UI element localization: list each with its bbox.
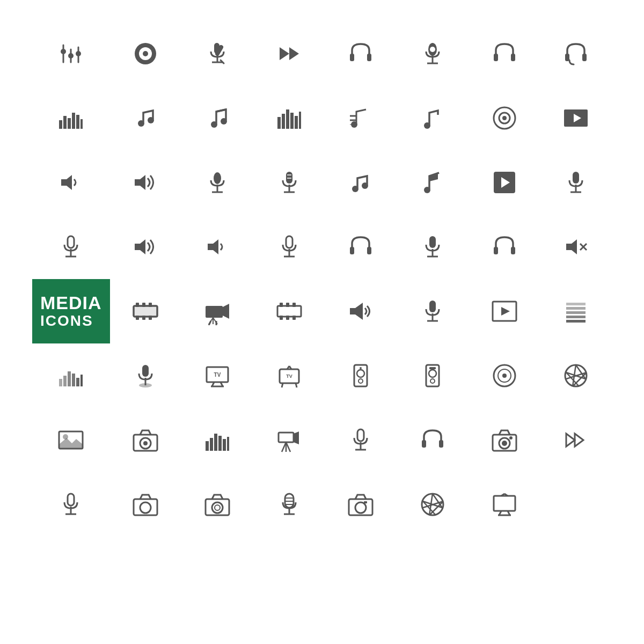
- svg-rect-111: [292, 316, 296, 320]
- icon-cell: [469, 408, 540, 472]
- svg-rect-167: [206, 441, 209, 451]
- svg-rect-16: [350, 54, 354, 61]
- icon-cell: [540, 215, 612, 279]
- svg-rect-120: [566, 311, 586, 314]
- svg-rect-124: [63, 376, 67, 386]
- disc2-icon: [491, 362, 518, 390]
- svg-point-64: [362, 182, 368, 189]
- svg-point-131: [139, 383, 152, 387]
- fast-forward-icon: [275, 40, 303, 68]
- icon-cell: [32, 215, 110, 279]
- svg-point-32: [138, 120, 144, 127]
- icon-cell: [397, 343, 469, 408]
- music-notes-icon: [347, 169, 375, 196]
- play-button-square-icon: [491, 169, 518, 196]
- svg-text:TV: TV: [286, 374, 292, 379]
- vintage-mic-icon: [275, 491, 303, 518]
- camera2-icon: [491, 426, 518, 454]
- svg-rect-31: [80, 119, 83, 129]
- svg-marker-14: [280, 47, 289, 60]
- svg-line-140: [282, 383, 283, 387]
- camera-outline-icon: [131, 426, 159, 454]
- svg-rect-29: [72, 113, 75, 129]
- svg-rect-42: [299, 112, 301, 129]
- icon-cell: [110, 408, 182, 472]
- icon-cell: [325, 21, 397, 86]
- svg-rect-109: [280, 316, 283, 320]
- icon-cell: [469, 343, 540, 408]
- equalizer2-icon: [203, 426, 231, 454]
- icon-cell: [540, 21, 612, 86]
- svg-rect-169: [214, 434, 217, 451]
- svg-rect-58: [286, 172, 292, 184]
- icon-cell: [253, 279, 325, 343]
- svg-point-50: [502, 116, 507, 120]
- microphone-podcast-icon: [275, 169, 303, 196]
- svg-rect-150: [429, 367, 436, 369]
- icon-cell: [397, 408, 469, 472]
- svg-point-145: [358, 379, 363, 383]
- speaker-high-icon: [131, 169, 159, 196]
- svg-rect-26: [59, 120, 62, 129]
- mic-simple-icon: [57, 491, 85, 518]
- headphones5-icon: [419, 426, 447, 454]
- mic-floor-icon: [131, 362, 159, 390]
- headphones3-icon: [347, 233, 375, 261]
- icon-cell: [32, 472, 110, 537]
- mic-outline2-icon: [275, 233, 303, 261]
- icon-cell: [110, 472, 182, 537]
- icon-cell: [181, 21, 253, 86]
- icon-cell: [253, 86, 325, 150]
- svg-rect-110: [286, 316, 289, 320]
- icon-cell: [181, 150, 253, 215]
- svg-rect-80: [367, 247, 371, 254]
- svg-marker-99: [223, 304, 229, 319]
- svg-marker-75: [208, 239, 218, 254]
- icon-cell: [32, 343, 110, 408]
- icon-cell: [110, 279, 182, 343]
- svg-rect-39: [286, 109, 289, 129]
- svg-rect-178: [357, 429, 364, 441]
- svg-text:TV: TV: [214, 372, 221, 378]
- svg-line-36: [216, 109, 226, 112]
- single-note-icon: [419, 104, 447, 132]
- svg-point-185: [502, 441, 507, 446]
- icon-cell: [32, 86, 110, 150]
- icon-grid: MEDIA ICONS: [32, 21, 612, 537]
- aperture2-icon: [419, 491, 447, 518]
- page-container: MEDIA ICONS: [0, 0, 644, 644]
- svg-point-196: [215, 505, 220, 510]
- svg-rect-107: [286, 303, 289, 307]
- icon-cell: [397, 150, 469, 215]
- svg-point-47: [424, 122, 430, 129]
- svg-point-186: [509, 436, 513, 440]
- icon-cell: [325, 150, 397, 215]
- bar-chart-icon: [57, 104, 85, 132]
- svg-rect-27: [63, 116, 67, 129]
- camera5-icon: [347, 491, 375, 518]
- svg-rect-17: [367, 54, 371, 61]
- svg-point-193: [140, 502, 151, 513]
- svg-rect-85: [511, 247, 515, 254]
- video-player2-icon: [491, 297, 518, 325]
- svg-rect-122: [566, 320, 586, 323]
- headset-icon: [562, 40, 590, 68]
- svg-marker-74: [135, 239, 145, 254]
- svg-point-5: [76, 51, 81, 56]
- icon-cell: [325, 215, 397, 279]
- svg-rect-168: [210, 438, 213, 451]
- svg-rect-79: [350, 247, 354, 254]
- headphones2-icon: [491, 40, 518, 68]
- headphones-icon: [347, 40, 375, 68]
- photo-landscape-icon: [57, 426, 85, 454]
- tv-modern-icon: TV: [203, 362, 231, 390]
- svg-rect-38: [282, 114, 285, 129]
- speaker-med-icon: [131, 233, 159, 261]
- svg-rect-30: [76, 115, 79, 129]
- icon-cell: [110, 343, 182, 408]
- equalizer-icon: [57, 40, 85, 68]
- video-camera-icon: [203, 297, 231, 325]
- music-note-icon: [131, 104, 159, 132]
- music-list-icon: [347, 104, 375, 132]
- film-strip-icon: [131, 297, 159, 325]
